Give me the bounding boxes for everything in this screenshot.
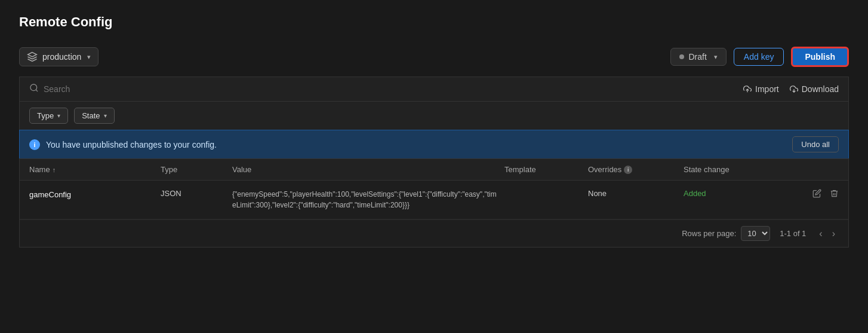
prev-page-button[interactable]: ‹	[815, 227, 826, 240]
env-label: production	[42, 52, 81, 62]
search-left	[29, 83, 743, 95]
state-filter-arrow: ▾	[104, 112, 107, 119]
filter-row: Type ▾ State ▾	[19, 101, 849, 130]
table-row: gameConfig JSON {"enemySpeed":5,"playerH…	[20, 181, 848, 219]
cell-overrides: None	[588, 189, 684, 198]
overrides-info-icon[interactable]: i	[624, 166, 632, 174]
col-name[interactable]: Name ↑	[29, 165, 161, 174]
col-actions	[791, 165, 839, 174]
next-page-button[interactable]: ›	[829, 227, 839, 240]
table-header: Name ↑ Type Value Template Overrides i S…	[20, 159, 848, 181]
info-icon: i	[29, 139, 40, 150]
type-filter-button[interactable]: Type ▾	[29, 108, 68, 124]
page-title: Remote Config	[19, 14, 849, 30]
env-arrow: ▾	[87, 53, 91, 61]
rows-per-page: Rows per page: 10 25 50	[682, 226, 770, 241]
cell-actions	[791, 189, 839, 200]
import-button[interactable]: Import	[743, 84, 779, 94]
sort-name-icon: ↑	[53, 166, 56, 173]
rows-per-page-select[interactable]: 10 25 50	[741, 226, 770, 241]
cell-type: JSON	[161, 189, 232, 198]
col-state-change: State change	[684, 165, 791, 174]
publish-button[interactable]: Publish	[791, 47, 849, 67]
table-container: Name ↑ Type Value Template Overrides i S…	[19, 158, 849, 248]
search-icon	[29, 83, 39, 95]
svg-point-1	[30, 84, 37, 91]
top-bar-right: Draft ▾ Add key Publish	[670, 47, 849, 67]
search-right: Import Download	[743, 84, 839, 94]
draft-dot	[679, 54, 684, 59]
type-filter-arrow: ▾	[57, 112, 60, 119]
undo-all-button[interactable]: Undo all	[792, 136, 839, 152]
top-bar: production ▾ Draft ▾ Add key Publish	[19, 42, 849, 72]
info-banner-left: i You have unpublished changes to your c…	[29, 139, 217, 150]
cell-value: {"enemySpeed":5,"playerHealth":100,"leve…	[232, 189, 504, 210]
page-nav: ‹ ›	[815, 227, 839, 240]
state-filter-button[interactable]: State ▾	[74, 108, 114, 124]
svg-line-2	[36, 90, 38, 91]
info-banner: i You have unpublished changes to your c…	[19, 130, 849, 158]
layers-icon	[27, 51, 38, 62]
col-type: Type	[161, 165, 232, 174]
draft-arrow: ▾	[714, 53, 718, 61]
env-selector[interactable]: production ▾	[19, 47, 99, 66]
col-value: Value	[232, 165, 504, 174]
svg-marker-0	[28, 53, 37, 57]
cell-state-change: Added	[684, 189, 791, 198]
col-template: Template	[504, 165, 588, 174]
draft-status[interactable]: Draft ▾	[670, 48, 727, 66]
delete-icon[interactable]	[830, 189, 839, 200]
add-key-button[interactable]: Add key	[734, 48, 784, 66]
edit-icon[interactable]	[812, 189, 821, 200]
draft-label: Draft	[689, 52, 707, 62]
search-input[interactable]	[44, 84, 743, 94]
banner-message: You have unpublished changes to your con…	[46, 140, 217, 149]
pagination-row: Rows per page: 10 25 50 1-1 of 1 ‹ ›	[20, 219, 848, 247]
search-bar-row: Import Download	[19, 77, 849, 101]
cell-name: gameConfig	[29, 189, 161, 199]
page-info: 1-1 of 1	[780, 229, 806, 238]
col-overrides: Overrides i	[588, 165, 684, 174]
download-button[interactable]: Download	[790, 84, 839, 94]
